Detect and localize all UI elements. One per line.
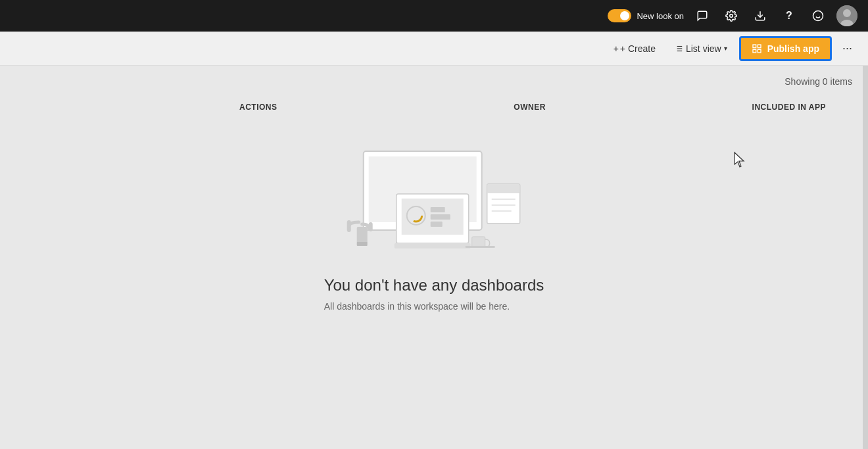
list-view-label: List view: [686, 43, 721, 54]
new-look-label: New look on: [637, 11, 684, 21]
svg-rect-15: [758, 45, 761, 48]
svg-rect-40: [466, 246, 495, 248]
svg-rect-27: [431, 214, 450, 220]
svg-rect-39: [472, 237, 485, 247]
col-header-actions: ACTIONS: [16, 103, 395, 112]
publish-app-label: Publish app: [767, 43, 819, 54]
svg-rect-36: [357, 242, 368, 246]
cursor: [733, 151, 746, 171]
svg-rect-14: [753, 45, 756, 48]
settings-icon[interactable]: [721, 5, 742, 26]
more-options-button[interactable]: ···: [837, 37, 857, 59]
main-content: Showing 0 items ACTIONS OWNER INCLUDED I…: [0, 66, 868, 449]
list-view-icon: [674, 44, 683, 53]
empty-state-subtitle: All dashboards in this workspace will be…: [324, 301, 510, 312]
list-view-button[interactable]: List view ▾: [667, 39, 734, 58]
svg-point-0: [730, 14, 733, 18]
help-icon[interactable]: ?: [779, 5, 800, 26]
top-navigation: New look on ?: [0, 0, 868, 32]
download-icon[interactable]: [750, 5, 771, 26]
empty-state-title: You don't have any dashboards: [324, 276, 544, 295]
toolbar: + + Create List view ▾ Publish app ···: [0, 32, 868, 66]
col-header-owner: OWNER: [395, 103, 669, 112]
more-dots-icon: ···: [842, 41, 852, 55]
svg-point-2: [813, 11, 823, 21]
empty-illustration: [324, 131, 535, 263]
create-button[interactable]: + + Create: [607, 39, 662, 58]
create-label: + Create: [620, 43, 656, 54]
svg-rect-17: [758, 49, 761, 53]
publish-app-button[interactable]: Publish app: [739, 36, 832, 61]
publish-app-icon: [752, 43, 762, 54]
list-view-chevron: ▾: [724, 45, 727, 52]
svg-rect-26: [431, 207, 445, 212]
smiley-icon[interactable]: [808, 5, 829, 26]
new-look-toggle-container: New look on: [608, 9, 684, 22]
svg-rect-28: [431, 222, 443, 227]
showing-items-count: Showing 0 items: [784, 76, 852, 87]
col-header-included: INCLUDED IN APP: [670, 103, 852, 112]
svg-rect-29: [395, 243, 471, 248]
avatar[interactable]: [836, 5, 857, 26]
scrollbar[interactable]: [863, 66, 868, 449]
svg-point-6: [843, 9, 851, 17]
create-plus-icon: +: [614, 43, 619, 54]
svg-rect-16: [753, 49, 756, 53]
table-headers: ACTIONS OWNER INCLUDED IN APP: [0, 103, 868, 112]
svg-rect-31: [487, 184, 520, 193]
new-look-toggle[interactable]: [608, 9, 631, 22]
empty-state: You don't have any dashboards All dashbo…: [324, 131, 544, 312]
chat-icon[interactable]: [692, 5, 713, 26]
svg-rect-35: [357, 227, 368, 243]
